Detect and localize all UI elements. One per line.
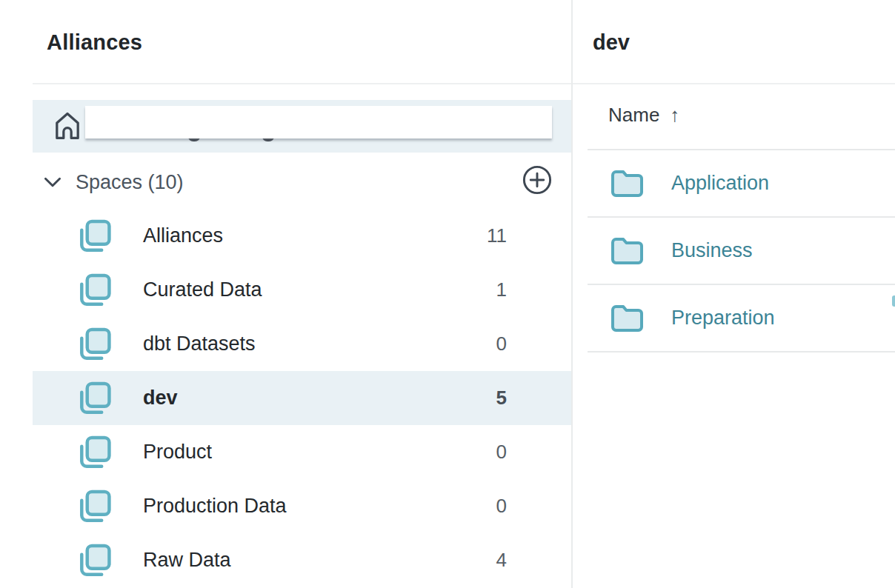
table-row-folder[interactable]: Preparation <box>588 285 895 353</box>
folder-link[interactable]: Application <box>671 172 769 195</box>
sort-asc-icon: ↑ <box>670 104 679 127</box>
space-icon <box>75 271 113 310</box>
sidebar-title: Alliances <box>47 30 142 55</box>
space-list: Alliances 11 Curated Data 1 dbt Datasets… <box>33 209 571 587</box>
space-icon <box>75 487 113 526</box>
spaces-section-label: Spaces (10) <box>76 171 184 194</box>
sidebar-item-home[interactable] <box>33 100 571 153</box>
divider <box>33 83 571 84</box>
space-icon <box>75 541 113 580</box>
app-root: Alliances Spaces (10) A <box>0 0 895 588</box>
table-row-folder[interactable]: Business <box>588 218 895 285</box>
space-name: Alliances <box>143 224 223 247</box>
sidebar-item-space[interactable]: Alliances 11 <box>33 209 571 263</box>
spaces-section-header[interactable]: Spaces (10) <box>33 167 571 197</box>
divider <box>573 83 895 84</box>
space-icon <box>75 217 113 255</box>
folder-link[interactable]: Business <box>671 239 753 262</box>
folder-link[interactable]: Preparation <box>671 307 775 330</box>
column-header-name[interactable]: Name ↑ <box>608 104 679 127</box>
space-name: Product <box>143 441 212 464</box>
space-count-badge: 5 <box>496 387 507 410</box>
folder-icon <box>610 304 645 333</box>
sidebar-item-space[interactable]: Production Data 0 <box>33 479 571 533</box>
space-count-badge: 1 <box>496 278 507 301</box>
space-icon <box>75 379 113 418</box>
folder-icon <box>610 169 645 198</box>
sidebar-item-space[interactable]: Curated Data 1 <box>33 263 571 317</box>
space-count-badge: 0 <box>496 333 507 355</box>
add-space-button[interactable] <box>521 164 553 196</box>
sidebar-item-space[interactable]: Raw Data 4 <box>33 533 571 587</box>
space-name: Curated Data <box>143 278 262 301</box>
redacted-text-overlay <box>85 106 552 138</box>
space-name: dev <box>143 387 178 410</box>
table-row-folder[interactable]: Application <box>588 150 895 218</box>
plus-circle-icon <box>521 164 553 196</box>
sidebar-item-space[interactable]: Product 0 <box>33 425 571 479</box>
space-count-badge: 0 <box>496 441 507 464</box>
clipped-edge-element <box>892 295 895 307</box>
folder-table: Application Business Preparation <box>588 149 895 353</box>
space-count-badge: 0 <box>496 495 507 518</box>
chevron-down-icon <box>43 176 62 188</box>
folder-icon <box>610 236 645 266</box>
space-count-badge: 4 <box>496 549 507 572</box>
space-name: Raw Data <box>143 549 231 572</box>
space-name: Production Data <box>143 495 287 518</box>
column-label: Name <box>608 104 659 127</box>
home-icon <box>50 109 84 143</box>
sidebar-item-space[interactable]: dev 5 <box>33 371 571 425</box>
space-count-badge: 11 <box>487 224 507 247</box>
page-title: dev <box>593 30 630 55</box>
panel-divider <box>571 0 573 588</box>
sidebar-item-space[interactable]: dbt Datasets 0 <box>33 317 571 371</box>
space-icon <box>75 433 113 472</box>
space-name: dbt Datasets <box>143 333 256 355</box>
space-icon <box>75 325 113 364</box>
